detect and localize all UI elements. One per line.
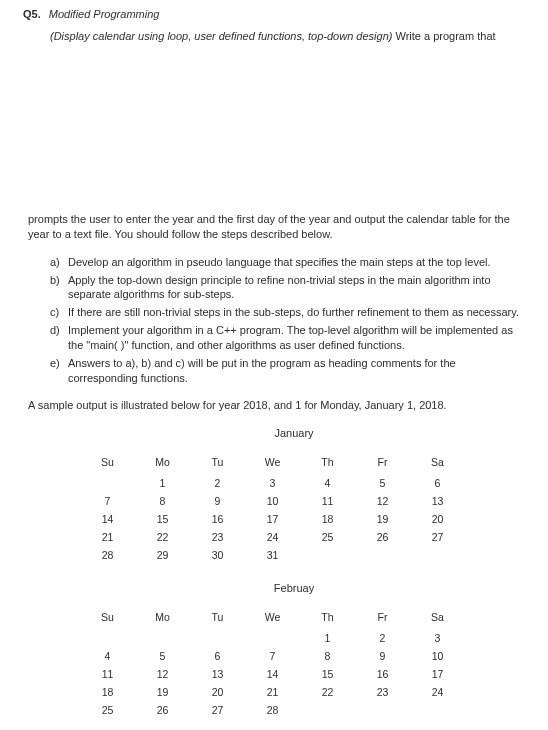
cell (355, 701, 410, 719)
cell: 26 (135, 701, 190, 719)
table-row: 45678910 (80, 647, 465, 665)
cell: 14 (245, 665, 300, 683)
table-row: 11121314151617 (80, 665, 465, 683)
list-marker: e) (50, 356, 68, 386)
cell (300, 546, 355, 564)
list-item: c) If there are still non-trivial steps … (50, 305, 520, 320)
cell: 18 (300, 510, 355, 528)
cell: 28 (80, 546, 135, 564)
cell: 24 (245, 528, 300, 546)
cell (80, 629, 135, 647)
cell (245, 629, 300, 647)
cell (190, 629, 245, 647)
cell: 29 (135, 546, 190, 564)
day-header: Mo (135, 608, 190, 629)
list-item: a) Develop an algorithm in pseudo langua… (50, 255, 520, 270)
cell: 5 (135, 647, 190, 665)
list-marker: c) (50, 305, 68, 320)
question-header: Q5. Modified Programming (23, 8, 520, 20)
list-marker: b) (50, 273, 68, 303)
cell: 16 (190, 510, 245, 528)
day-header-row: Su Mo Tu We Th Fr Sa (80, 608, 465, 629)
cell: 2 (190, 474, 245, 492)
cell: 11 (300, 492, 355, 510)
cell: 8 (300, 647, 355, 665)
page-gap (28, 52, 520, 212)
cell: 12 (355, 492, 410, 510)
table-row: 28293031 (80, 546, 465, 564)
cell: 12 (135, 665, 190, 683)
cell (300, 701, 355, 719)
day-header: Th (300, 453, 355, 474)
cell: 7 (245, 647, 300, 665)
cell: 19 (135, 683, 190, 701)
day-header: We (245, 453, 300, 474)
list-text: Answers to a), b) and c) will be put in … (68, 356, 520, 386)
cell: 21 (245, 683, 300, 701)
cell: 24 (410, 683, 465, 701)
list-text: If there are still non-trivial steps in … (68, 305, 519, 320)
day-header: Th (300, 608, 355, 629)
cell: 23 (190, 528, 245, 546)
cell: 1 (135, 474, 190, 492)
cell (135, 629, 190, 647)
calendar-february: Februay Su Mo Tu We Th Fr Sa 123 4567891… (28, 582, 520, 719)
cell: 7 (80, 492, 135, 510)
cell: 31 (245, 546, 300, 564)
cell: 1 (300, 629, 355, 647)
cell: 3 (410, 629, 465, 647)
cell: 10 (245, 492, 300, 510)
cell: 4 (80, 647, 135, 665)
list-item: b) Apply the top-down design principle t… (50, 273, 520, 303)
cell: 23 (355, 683, 410, 701)
table-row: 78910111213 (80, 492, 465, 510)
cell: 4 (300, 474, 355, 492)
list-text: Develop an algorithm in pseudo language … (68, 255, 491, 270)
day-header: Mo (135, 453, 190, 474)
cell: 9 (355, 647, 410, 665)
day-header: Su (80, 453, 135, 474)
day-header: Sa (410, 608, 465, 629)
day-header: We (245, 608, 300, 629)
intro-italic: (Display calendar using loop, user defin… (50, 30, 392, 42)
cell: 11 (80, 665, 135, 683)
cell: 6 (410, 474, 465, 492)
list-marker: d) (50, 323, 68, 353)
day-header: Tu (190, 608, 245, 629)
cell: 21 (80, 528, 135, 546)
table-row: 18192021222324 (80, 683, 465, 701)
cell: 20 (190, 683, 245, 701)
list-text: Apply the top-down design principle to r… (68, 273, 520, 303)
day-header-row: Su Mo Tu We Th Fr Sa (80, 453, 465, 474)
month-title: Februay (68, 582, 520, 594)
steps-list: a) Develop an algorithm in pseudo langua… (50, 255, 520, 386)
cell: 10 (410, 647, 465, 665)
cell (80, 474, 135, 492)
question-title: Modified Programming (49, 8, 160, 20)
day-header: Sa (410, 453, 465, 474)
cell: 13 (410, 492, 465, 510)
table-row: 14151617181920 (80, 510, 465, 528)
cell: 17 (245, 510, 300, 528)
day-header: Su (80, 608, 135, 629)
table-row: 25262728 (80, 701, 465, 719)
cell (410, 701, 465, 719)
cell: 8 (135, 492, 190, 510)
cell: 22 (135, 528, 190, 546)
calendar-table: Su Mo Tu We Th Fr Sa 123456 78910111213 … (80, 453, 465, 564)
question-number: Q5. (23, 8, 41, 20)
cell: 17 (410, 665, 465, 683)
cell: 16 (355, 665, 410, 683)
cell: 6 (190, 647, 245, 665)
cell: 19 (355, 510, 410, 528)
cell: 25 (80, 701, 135, 719)
cell: 9 (190, 492, 245, 510)
month-title: January (68, 427, 520, 439)
day-header: Tu (190, 453, 245, 474)
intro-plain: Write a program that (392, 30, 495, 42)
cell (355, 546, 410, 564)
cell: 18 (80, 683, 135, 701)
cell: 13 (190, 665, 245, 683)
list-item: d) Implement your algorithm in a C++ pro… (50, 323, 520, 353)
cell: 26 (355, 528, 410, 546)
